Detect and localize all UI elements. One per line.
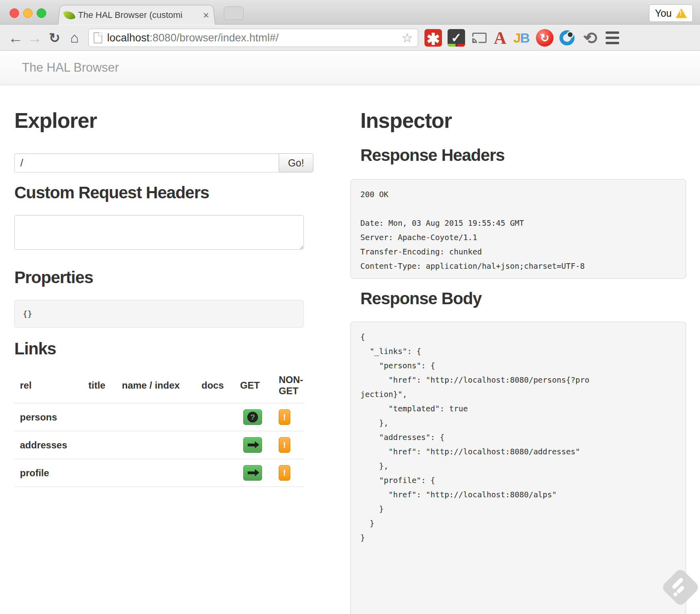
page-navbar-title: The HAL Browser [22,61,119,75]
window-titlebar: The HAL Browser (customi × You [0,0,700,25]
properties-value: {} [23,309,32,319]
page-navbar: The HAL Browser [0,51,700,85]
non-get-request-button[interactable] [279,465,290,481]
arrow-right-icon [248,444,255,446]
home-icon[interactable]: ⌂ [65,25,84,51]
explorer-address-row: Go! [14,153,313,172]
new-tab-button[interactable] [224,6,244,20]
minimize-window-button[interactable] [23,8,33,18]
col-rel: rel [14,374,83,403]
properties-heading: Properties [14,268,93,287]
close-window-button[interactable] [10,8,19,18]
cast-icon[interactable] [471,29,488,47]
non-get-request-button[interactable] [279,409,290,425]
docs-cell [196,403,235,431]
bookmark-star-icon[interactable]: ☆ [401,30,413,45]
profile-button[interactable]: You [649,4,693,22]
table-row: addresses ? [14,431,304,459]
reload-icon[interactable]: ↻ [45,25,65,51]
forward-icon[interactable]: → [25,25,45,51]
arrow-right-icon [248,471,255,474]
profile-button-label: You [655,8,672,19]
docs-cell [196,431,235,459]
page-icon [94,32,102,43]
get-request-button[interactable]: ? [243,465,262,481]
a-icon[interactable]: A [491,29,509,47]
menu-icon[interactable] [604,29,621,47]
name-index-cell [116,431,196,459]
table-row: persons ? [14,403,304,431]
rel-cell: persons [14,403,83,431]
title-cell [83,403,116,431]
name-index-cell [116,403,196,431]
col-get: GET [235,374,273,403]
lastpass-icon[interactable]: ✱ [424,29,442,47]
browser-tab[interactable]: The HAL Browser (customi × [58,5,215,25]
tab-close-icon[interactable]: × [203,10,210,20]
properties-box: {} [14,300,304,328]
jb-icon[interactable]: JB [513,29,530,47]
blue-circle-icon[interactable] [558,29,576,47]
spring-leaf-favicon [63,9,76,21]
zoom-window-button[interactable] [37,8,46,18]
response-body-heading: Response Body [360,289,481,308]
links-heading: Links [14,339,56,358]
custom-headers-textarea[interactable] [14,215,304,250]
docs-cell [196,459,235,487]
links-table-header-row: rel title name / index docs GET NON-GET [14,374,304,403]
rel-cell: addresses [14,431,83,459]
url-host: localhost [107,32,150,44]
back-icon[interactable]: ← [6,25,25,51]
non-get-request-button[interactable] [279,437,290,453]
url-text[interactable]: localhost:8080/browser/index.html#/ [107,32,401,44]
response-headers-box: 200 OK Date: Mon, 03 Aug 2015 19:55:45 G… [350,179,686,279]
go-button[interactable]: Go! [279,153,313,172]
table-row: profile ? [14,459,304,487]
title-cell [83,459,116,487]
tab-title-fade [182,10,201,20]
col-title: title [83,374,116,403]
url-path: :8080/browser/index.html#/ [150,32,279,44]
rel-cell: profile [14,459,83,487]
col-non-get: NON-GET [273,374,304,403]
custom-headers-heading: Custom Request Headers [14,183,209,202]
tab-title: The HAL Browser (customi [78,10,201,20]
browser-toolbar: ← → ↻ ⌂ localhost:8080/browser/index.htm… [0,25,700,51]
inspector-heading: Inspector [360,108,452,133]
get-request-button[interactable]: ? [243,437,262,453]
explorer-address-input[interactable] [14,153,279,172]
get-request-button[interactable]: ? [243,409,262,425]
response-body-box: { "_links": { "persons": { "href": "http… [350,322,686,614]
name-index-cell [116,459,196,487]
checker-icon[interactable]: ✓ [448,29,465,47]
refresh-ball-icon[interactable]: ↻ [536,29,553,47]
title-cell [83,431,116,459]
sync-clock-icon[interactable]: ⟲ [581,29,599,47]
address-bar[interactable]: localhost:8080/browser/index.html#/ ☆ [88,29,418,47]
explorer-heading: Explorer [14,108,97,133]
col-docs: docs [196,374,235,403]
question-icon: ? [247,412,258,422]
response-headers-heading: Response Headers [360,146,504,165]
col-name-index: name / index [116,374,196,403]
warning-icon [676,8,687,18]
links-table: rel title name / index docs GET NON-GET … [14,374,304,487]
